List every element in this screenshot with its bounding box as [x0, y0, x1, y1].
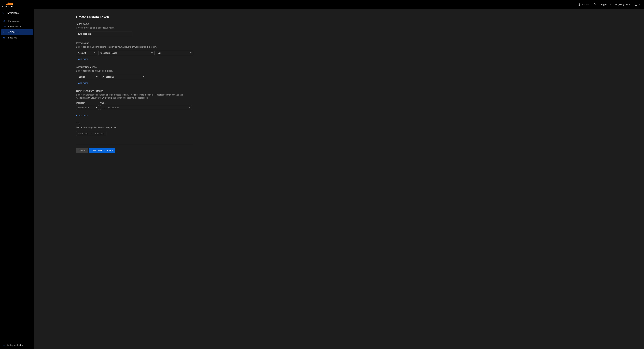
ip-operator-label: Operator	[76, 102, 99, 104]
account-resources-label: Account Resources	[76, 66, 193, 68]
divider	[76, 145, 193, 145]
topbar-actions: Add site Support English (US)	[578, 3, 642, 6]
add-more-label: Add more	[78, 82, 88, 84]
topbar: CLOUDFLARE Add site Support English (US)	[0, 0, 644, 9]
section-ip-filtering: Client IP Address Filtering Select IP ad…	[76, 90, 193, 117]
chevron-down-icon	[94, 53, 95, 53]
ip-operator-placeholder: Select item...	[78, 106, 90, 109]
ip-value-label: Value	[100, 102, 192, 104]
plus-icon: +	[76, 114, 78, 117]
page-title: Create Custom Token	[76, 15, 193, 19]
chevron-down-icon	[638, 4, 640, 5]
brand-text: CLOUDFLARE	[2, 6, 15, 7]
sidebar-title: My Profile	[8, 12, 19, 14]
sidebar-item-preferences[interactable]: Preferences	[1, 18, 34, 24]
section-permissions: Permissions Select edit or read permissi…	[76, 42, 193, 60]
ttl-label: TTL	[76, 122, 193, 125]
ttl-range-input[interactable]: Start Date → End Date	[76, 131, 106, 136]
account-target-select[interactable]: All accounts	[101, 75, 146, 79]
key-icon	[3, 26, 6, 28]
sidebar-item-label: API Tokens	[8, 31, 19, 34]
chevron-down-icon	[189, 107, 190, 108]
arrow-right-icon: →	[90, 132, 93, 135]
section-token-name: Token name Give your API token a descrip…	[76, 23, 193, 36]
chevron-down-icon	[143, 77, 144, 77]
support-label: Support	[600, 3, 608, 6]
account-mode-value: Include	[78, 76, 85, 78]
plus-icon: +	[76, 58, 78, 60]
sidebar-item-sessions[interactable]: Sessions	[1, 35, 34, 41]
add-site-label: Add site	[582, 3, 589, 6]
ip-help: Select IP addresses or ranges of IP addr…	[76, 93, 184, 100]
token-name-input[interactable]	[76, 32, 133, 36]
svg-point-3	[3, 26, 4, 27]
cloud-icon	[4, 2, 14, 6]
perm-scope-value: Account	[78, 52, 86, 54]
sidebar-item-api-tokens[interactable]: API Tokens	[1, 29, 34, 35]
collapse-label: Collapse sidebar	[7, 344, 24, 346]
add-account-resource-button[interactable]: + Add more	[76, 82, 88, 84]
collapse-sidebar-button[interactable]: Collapse sidebar	[0, 341, 34, 349]
pencil-icon	[3, 20, 6, 22]
plus-icon: +	[76, 82, 78, 84]
language-menu[interactable]: English (US)	[615, 3, 630, 6]
sidebar-item-authentication[interactable]: Authentication	[1, 24, 34, 29]
chevron-down-icon	[609, 4, 611, 5]
clock-icon	[3, 37, 6, 39]
search-button[interactable]	[594, 3, 596, 6]
add-site-button[interactable]: Add site	[578, 3, 589, 6]
account-menu[interactable]	[635, 3, 640, 6]
action-buttons: Cancel Continue to summary	[76, 148, 193, 153]
cancel-button[interactable]: Cancel	[76, 148, 88, 153]
main-content: Create Custom Token Token name Give your…	[34, 9, 644, 349]
section-account-resources: Account Resources Select accounts to inc…	[76, 66, 193, 84]
add-permission-button[interactable]: + Add more	[76, 58, 88, 60]
chevron-down-icon	[96, 107, 97, 108]
permissions-label: Permissions	[76, 42, 193, 44]
section-ttl: TTL Define how long this token will stay…	[76, 122, 193, 136]
perm-access-select[interactable]: Edit	[156, 51, 193, 55]
sidebar-item-label: Preferences	[8, 20, 20, 22]
ttl-help: Define how long this token will stay act…	[76, 126, 193, 129]
sidebar-item-label: Authentication	[8, 25, 22, 28]
perm-resource-select[interactable]: Cloudflare Pages	[98, 51, 154, 55]
token-name-help: Give your API token a descriptive name.	[76, 26, 193, 30]
language-label: English (US)	[615, 3, 628, 6]
search-icon	[594, 3, 596, 6]
sidebar-header: My Profile	[0, 9, 34, 17]
add-ip-filter-button[interactable]: + Add more	[76, 114, 88, 117]
back-arrow-icon[interactable]	[2, 12, 5, 14]
chevron-down-icon	[629, 4, 630, 5]
perm-resource-value: Cloudflare Pages	[100, 52, 117, 54]
brand-logo[interactable]: CLOUDFLARE	[2, 2, 15, 7]
perm-scope-select[interactable]: Account	[76, 51, 97, 55]
ttl-start-placeholder: Start Date	[78, 132, 88, 135]
account-mode-select[interactable]: Include	[76, 75, 99, 79]
support-menu[interactable]: Support	[600, 3, 611, 6]
chevrons-left-icon	[2, 344, 5, 346]
account-target-value: All accounts	[102, 76, 114, 78]
ip-operator-select[interactable]: Select item...	[76, 105, 99, 110]
ttl-end-placeholder: End Date	[95, 132, 104, 135]
user-icon	[635, 3, 637, 6]
chevron-down-icon	[151, 53, 153, 53]
ip-value-input[interactable]: e.g. 192.168.1.88	[100, 105, 192, 110]
chevron-down-icon	[190, 53, 192, 53]
ip-label: Client IP Address Filtering	[76, 90, 193, 92]
plus-circle-icon	[578, 3, 580, 6]
sidebar: My Profile Preferences Authentication AP…	[0, 9, 34, 349]
add-more-label: Add more	[78, 114, 88, 117]
chevron-down-icon	[96, 77, 98, 77]
sidebar-item-label: Sessions	[8, 37, 17, 39]
svg-point-1	[594, 4, 596, 5]
token-name-label: Token name	[76, 23, 193, 25]
sidebar-nav: Preferences Authentication API Tokens Se…	[0, 17, 34, 42]
permissions-help: Select edit or read permissions to apply…	[76, 45, 193, 49]
svg-point-2	[636, 4, 636, 5]
account-resources-help: Select accounts to include or exclude.	[76, 69, 193, 73]
add-more-label: Add more	[78, 58, 88, 60]
perm-access-value: Edit	[158, 52, 162, 54]
ip-value-placeholder: e.g. 192.168.1.88	[102, 106, 119, 109]
continue-button[interactable]: Continue to summary	[89, 148, 115, 153]
braces-icon	[3, 31, 6, 34]
